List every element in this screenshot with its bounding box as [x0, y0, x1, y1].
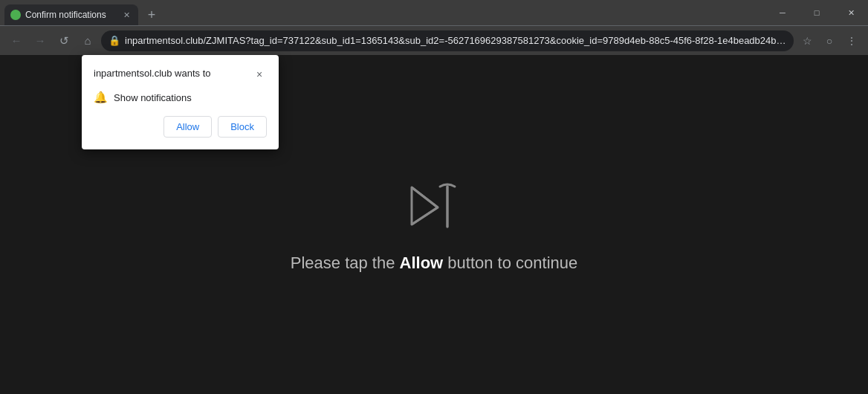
- tab-favicon: [10, 10, 21, 20]
- logo-svg: [397, 176, 471, 236]
- forward-button[interactable]: →: [30, 30, 51, 51]
- url-text: inpartmentsol.club/ZJMITAS?tag_id=737122…: [125, 35, 786, 46]
- popup-row-text: Show notifications: [114, 92, 192, 103]
- home-button[interactable]: ⌂: [77, 30, 98, 51]
- bookmark-button[interactable]: ☆: [797, 30, 817, 51]
- reload-button[interactable]: ↺: [54, 30, 74, 51]
- menu-button[interactable]: ⋮: [841, 30, 862, 51]
- minimize-button[interactable]: ─: [765, 0, 800, 25]
- page-text: Please tap the Allow button to continue: [291, 253, 577, 273]
- active-tab[interactable]: Confirm notifications ✕: [4, 4, 138, 25]
- webpage: inpartmentsol.club wants to × 🔔 Show not…: [0, 55, 868, 394]
- window-controls: ─ □ ✕: [765, 0, 868, 25]
- tab-title: Confirm notifications: [25, 10, 116, 20]
- new-tab-button[interactable]: +: [141, 4, 162, 25]
- page-text-before: Please tap the: [291, 253, 400, 272]
- close-button[interactable]: ✕: [834, 0, 868, 25]
- maximize-button[interactable]: □: [800, 0, 834, 25]
- address-bar[interactable]: 🔒 inpartmentsol.club/ZJMITAS?tag_id=7371…: [101, 30, 794, 51]
- tab-area: Confirm notifications ✕ +: [0, 0, 765, 25]
- popup-title: inpartmentsol.club wants to: [94, 67, 211, 80]
- tab-close-button[interactable]: ✕: [120, 9, 132, 21]
- titlebar: Confirm notifications ✕ + ─ □ ✕: [0, 0, 868, 25]
- bell-icon: 🔔: [94, 91, 108, 104]
- popup-notification-row: 🔔 Show notifications: [94, 91, 267, 104]
- page-text-after: button to continue: [443, 253, 577, 272]
- addressbar: ← → ↺ ⌂ 🔒 inpartmentsol.club/ZJMITAS?tag…: [0, 25, 868, 55]
- block-button[interactable]: Block: [218, 116, 267, 138]
- popup-close-button[interactable]: ×: [252, 67, 267, 82]
- back-button[interactable]: ←: [6, 30, 27, 51]
- lock-icon: 🔒: [108, 35, 120, 46]
- allow-button[interactable]: Allow: [163, 116, 212, 138]
- notification-popup: inpartmentsol.club wants to × 🔔 Show not…: [82, 55, 279, 149]
- page-text-bold: Allow: [400, 253, 444, 272]
- page-logo: [397, 176, 471, 236]
- address-actions: ☆ ○ ⋮: [797, 30, 862, 51]
- popup-buttons: Allow Block: [94, 116, 267, 138]
- popup-header: inpartmentsol.club wants to ×: [94, 67, 267, 82]
- account-button[interactable]: ○: [819, 30, 840, 51]
